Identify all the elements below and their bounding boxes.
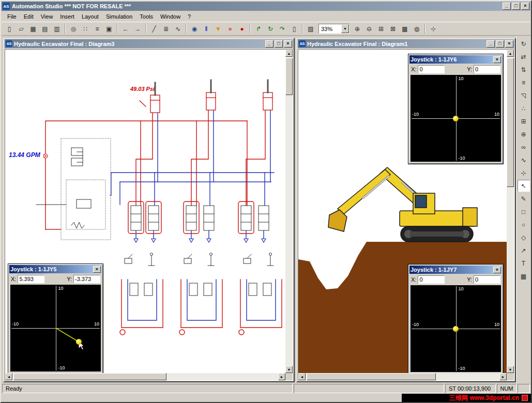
close-button[interactable]: × (521, 3, 529, 10)
diagram3-horizontal-scrollbar[interactable]: ◄ ► (5, 373, 285, 380)
joystick-area[interactable]: 10 -10 10 -10 (10, 285, 101, 371)
new-button[interactable]: ▯ (4, 23, 15, 34)
print-preview-button[interactable]: ▥ (51, 23, 63, 34)
save-button[interactable]: ▦ (27, 23, 39, 34)
scroll-right-icon[interactable]: ► (278, 373, 285, 380)
simulation-run-button[interactable]: ◉ (189, 23, 200, 34)
joystick-x-input[interactable] (418, 275, 445, 284)
diagram3-titlebar[interactable]: AS Hydraulic Excavator Final : Diagram3 … (5, 39, 293, 48)
scrollbar-track[interactable] (507, 57, 514, 366)
menu-file[interactable]: File (4, 12, 20, 21)
menu-layout[interactable]: Layout (78, 12, 102, 21)
diagram1-horizontal-scrollbar[interactable]: ◄ ► (298, 373, 507, 380)
close-icon[interactable]: × (493, 267, 501, 273)
scrollbar-track[interactable] (306, 373, 499, 380)
transform-button[interactable]: ◹ (518, 89, 530, 101)
snapshot-button[interactable]: ▣ (103, 23, 115, 34)
zoom-out-button[interactable]: ⊖ (363, 23, 375, 34)
scroll-right-icon[interactable]: ► (499, 373, 507, 380)
menu-edit[interactable]: Edit (20, 12, 37, 21)
scroll-down-icon[interactable]: ▼ (507, 366, 514, 373)
zoom-page-button[interactable]: ⊠ (387, 23, 399, 34)
arrow-tool-button[interactable]: ↗ (518, 244, 530, 256)
menu-window[interactable]: Window (157, 12, 184, 21)
library-explorer-button[interactable]: ∷ (80, 23, 91, 34)
scroll-up-icon[interactable]: ▲ (285, 50, 293, 57)
loop-button[interactable]: ↻ (265, 23, 276, 34)
flip-vertical-button[interactable]: ⇅ (518, 64, 530, 75)
joystick-y-input[interactable] (474, 275, 500, 284)
scrollbar-thumb[interactable] (507, 58, 514, 187)
polygon-tool-button[interactable]: ◇ (518, 231, 530, 243)
joystick-area[interactable]: 10 -10 10 -10 (411, 75, 501, 162)
grid-button[interactable]: ▩ (399, 23, 411, 34)
menu-insert[interactable]: Insert (56, 12, 78, 21)
menu-tools[interactable]: Tools (136, 12, 157, 21)
fast-forward-button[interactable]: » (224, 23, 236, 34)
joystick-position-dot[interactable] (453, 326, 459, 332)
maximize-button[interactable]: □ (512, 3, 520, 10)
find-component-button[interactable]: ◎ (68, 23, 79, 34)
joystick-position-dot[interactable] (453, 116, 459, 121)
text-tool-button[interactable]: T (518, 257, 530, 269)
diagram1-canvas[interactable]: Joystick : 1-1JY6 × X: Y: 10 -1 (298, 50, 507, 373)
flip-horizontal-button[interactable]: ⇄ (518, 51, 530, 63)
polyline-button[interactable]: ∿ (518, 154, 530, 166)
plotter-button[interactable]: ▧ (305, 23, 316, 34)
scrollbar-thumb[interactable] (285, 58, 293, 95)
close-icon[interactable]: × (93, 266, 101, 273)
close-icon[interactable]: × (493, 56, 501, 63)
pointer-tool-button[interactable]: ↖ (518, 180, 530, 192)
close-button[interactable]: × (505, 40, 513, 48)
joystick-x-input[interactable] (418, 65, 445, 73)
scroll-down-icon[interactable]: ▼ (285, 366, 293, 373)
step-into-button[interactable]: ↱ (253, 23, 264, 34)
zoom-combobox[interactable]: 33% ▾ (318, 24, 349, 34)
report-button[interactable]: ▯ (288, 23, 300, 34)
close-button[interactable]: × (284, 40, 292, 48)
zoom-selection-button[interactable]: ◍ (411, 23, 422, 34)
scrollbar-thumb[interactable] (307, 373, 436, 380)
links-button[interactable]: ∿ (172, 23, 184, 34)
pause-button[interactable]: ‖ (201, 23, 212, 34)
node-edit-button[interactable]: ∴ (518, 102, 530, 114)
pan-button[interactable]: ⊹ (428, 23, 439, 34)
joystick-titlebar[interactable]: Joystick : 1-1JY7 × (409, 266, 502, 274)
title-bar[interactable]: AS Automation Studio *** NOT FOR RESALE … (2, 2, 530, 11)
rectangle-tool-button[interactable]: □ (518, 206, 530, 218)
diagram3-canvas[interactable]: 49.03 Psi 13.44 GPM Joystick : 1-1JY5 × … (5, 50, 285, 373)
open-button[interactable]: ▱ (16, 23, 27, 34)
combo-dropdown-icon[interactable]: ▾ (341, 24, 349, 33)
line-tool-button[interactable]: ╱ (148, 23, 160, 34)
sort-button[interactable]: ≡ (92, 23, 103, 34)
diagram1-titlebar[interactable]: AS Hydraulic Excavator Final : Diagram1 … (298, 39, 514, 48)
scroll-left-icon[interactable]: ◄ (298, 373, 306, 380)
joystick-titlebar[interactable]: Joystick : 1-1JY5 × (9, 265, 102, 273)
print-button[interactable]: ▤ (39, 23, 51, 34)
menu-simulation[interactable]: Simulation (102, 12, 136, 21)
joystick-titlebar[interactable]: Joystick : 1-1JY6 × (409, 55, 502, 64)
back-button[interactable]: ← (120, 23, 131, 34)
diagram3-vertical-scrollbar[interactable]: ▲ ▼ (285, 50, 293, 373)
align-button[interactable]: ≡ (518, 76, 530, 88)
ellipse-tool-button[interactable]: ○ (518, 219, 530, 230)
insert-port-button[interactable]: ⊕ (518, 128, 530, 140)
image-tool-button[interactable]: ▦ (518, 270, 530, 282)
joystick-position-dot[interactable] (76, 339, 82, 345)
continue-button[interactable]: ↷ (277, 23, 288, 34)
scrollbar-thumb[interactable] (13, 373, 166, 380)
diagram1-vertical-scrollbar[interactable]: ▲ ▼ (507, 50, 514, 373)
forward-button[interactable]: → (132, 23, 143, 34)
zoom-window-button[interactable]: ⊞ (375, 23, 387, 34)
list-button[interactable]: ≣ (160, 23, 172, 34)
pen-tool-button[interactable]: ✎ (518, 193, 530, 205)
snap-grid-button[interactable]: ⊞ (518, 115, 530, 127)
stop-button[interactable]: ● (236, 23, 248, 34)
menu-help[interactable]: ? (184, 12, 194, 21)
minimize-button[interactable]: _ (265, 40, 273, 48)
minimize-button[interactable]: _ (487, 40, 495, 48)
zoom-in-button[interactable]: ⊕ (352, 23, 363, 34)
rotate-tool-button[interactable]: ↻ (518, 38, 530, 50)
joystick-y-input[interactable] (474, 65, 500, 73)
scrollbar-track[interactable] (285, 57, 293, 366)
